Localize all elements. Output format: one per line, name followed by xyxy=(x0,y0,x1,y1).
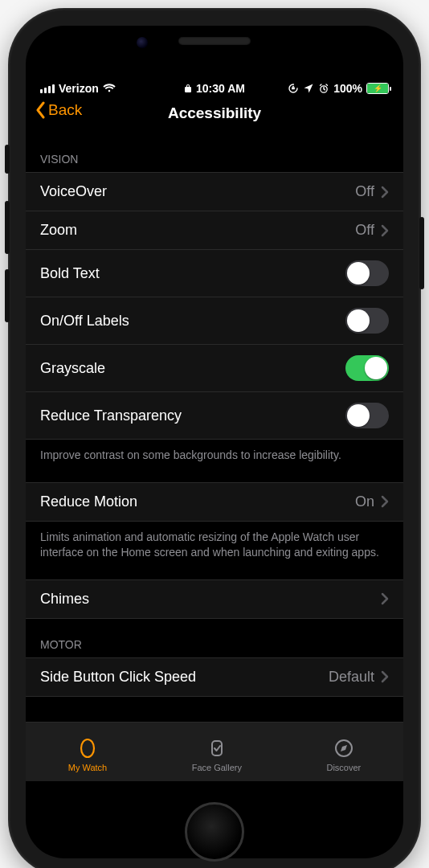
chevron-right-icon xyxy=(381,670,389,683)
row-chimes[interactable]: Chimes xyxy=(26,579,403,619)
section-header-vision: VISION xyxy=(26,133,403,172)
lock-icon xyxy=(184,84,192,93)
compass-icon xyxy=(333,737,355,760)
nav-bar: Back Accessibility xyxy=(26,100,403,133)
tab-discover[interactable]: Discover xyxy=(326,737,361,772)
power-button xyxy=(419,217,424,289)
toggle-reduce-transparency[interactable] xyxy=(345,403,389,428)
chevron-right-icon xyxy=(381,495,389,508)
device-front-camera xyxy=(137,37,148,48)
wifi-icon xyxy=(103,84,116,93)
orientation-lock-icon xyxy=(288,83,299,94)
row-label: Bold Text xyxy=(40,265,100,282)
back-label: Back xyxy=(48,101,82,119)
toggle-bold-text[interactable] xyxy=(345,260,389,286)
row-label: On/Off Labels xyxy=(40,313,129,330)
tab-label: Discover xyxy=(326,763,361,772)
row-label: Reduce Transparency xyxy=(40,407,182,424)
row-label: VoiceOver xyxy=(40,183,107,200)
face-gallery-icon xyxy=(206,737,228,760)
mute-switch xyxy=(5,145,10,174)
content-scroll[interactable]: VISION VoiceOver Off Zoom Off xyxy=(26,133,403,722)
row-reduce-motion[interactable]: Reduce Motion On xyxy=(26,482,403,522)
row-label: Side Button Click Speed xyxy=(40,669,196,686)
chevron-right-icon xyxy=(381,592,389,605)
toggle-grayscale[interactable] xyxy=(345,355,389,381)
row-label: Reduce Motion xyxy=(40,493,137,510)
tab-my-watch[interactable]: My Watch xyxy=(68,737,108,772)
row-zoom[interactable]: Zoom Off xyxy=(26,211,403,250)
toggle-onoff-labels[interactable] xyxy=(345,308,389,334)
svg-point-2 xyxy=(81,739,94,757)
status-time: 10:30 AM xyxy=(196,82,245,95)
back-button[interactable]: Back xyxy=(35,101,82,119)
tab-face-gallery[interactable]: Face Gallery xyxy=(192,737,242,772)
tab-label: Face Gallery xyxy=(192,763,242,772)
row-value: On xyxy=(355,493,374,510)
row-side-button-click-speed[interactable]: Side Button Click Speed Default xyxy=(26,657,403,697)
note-reduce-motion: Limits animation and automatic resizing … xyxy=(26,522,403,563)
row-value: Off xyxy=(355,222,374,239)
row-onoff-labels: On/Off Labels xyxy=(26,297,403,345)
row-reduce-transparency: Reduce Transparency xyxy=(26,392,403,440)
row-voiceover[interactable]: VoiceOver Off xyxy=(26,172,403,211)
device-speaker xyxy=(178,37,251,45)
row-value: Off xyxy=(355,183,374,200)
row-grayscale: Grayscale xyxy=(26,345,403,392)
row-value: Default xyxy=(329,669,374,686)
battery-icon: ⚡ xyxy=(366,83,389,94)
chevron-right-icon xyxy=(381,186,389,199)
volume-down-button xyxy=(5,269,10,322)
carrier-label: Verizon xyxy=(59,82,99,95)
page-title: Accessibility xyxy=(168,104,261,122)
battery-percent: 100% xyxy=(333,82,362,95)
device-frame: Verizon 10:30 AM xyxy=(8,8,421,868)
chevron-right-icon xyxy=(381,224,389,237)
alarm-icon xyxy=(318,83,329,94)
section-header-motor: MOTOR xyxy=(26,619,403,657)
screen: Verizon 10:30 AM xyxy=(26,26,403,858)
note-reduce-transparency: Improve contrast on some backgrounds to … xyxy=(26,440,403,466)
svg-rect-3 xyxy=(212,741,222,755)
home-button[interactable] xyxy=(185,802,244,862)
row-label: Chimes xyxy=(40,591,89,608)
tab-label: My Watch xyxy=(68,763,108,772)
location-icon xyxy=(303,83,314,94)
cellular-signal-icon xyxy=(40,84,55,93)
watch-icon xyxy=(76,737,99,760)
row-label: Grayscale xyxy=(40,360,105,377)
tab-bar: My Watch Face Gallery Discover xyxy=(26,722,403,781)
volume-up-button xyxy=(5,201,10,254)
row-bold-text: Bold Text xyxy=(26,250,403,297)
row-label: Zoom xyxy=(40,222,77,239)
